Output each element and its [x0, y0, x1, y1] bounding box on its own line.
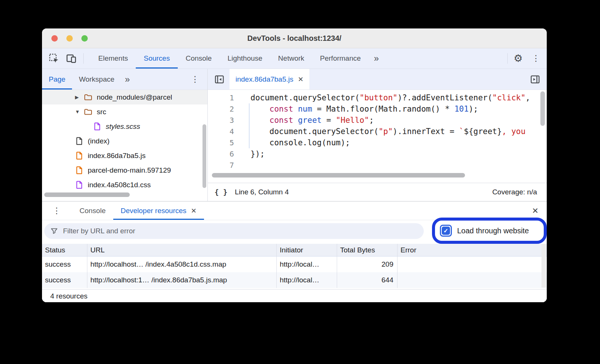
load-through-website-checkbox[interactable]: ✓	[440, 225, 452, 237]
device-toolbar-icon[interactable]	[65, 52, 77, 64]
editor-tab-label: index.86da7ba5.js	[236, 75, 293, 84]
navigator-menu-icon[interactable]: ⋮	[189, 75, 201, 84]
more-panels-icon[interactable]: »	[371, 48, 382, 69]
code-token: ).innerText =	[393, 127, 459, 136]
window-title: DevTools - localhost:1234/	[248, 34, 342, 43]
editor-vscrollbar[interactable]	[540, 91, 545, 126]
file-icon	[93, 122, 101, 131]
code-token: ${greet}	[464, 127, 502, 136]
column-header-total-bytes: Total Bytes	[337, 244, 398, 257]
chevron-right-icon[interactable]: ▶	[75, 94, 84, 100]
cell-url: http://localhost… /index.4a508c1d.css.ma…	[87, 257, 277, 272]
code-token	[250, 116, 270, 125]
folder-icon	[84, 93, 92, 101]
tab-console[interactable]: Console	[178, 48, 220, 69]
cell-error	[398, 272, 547, 288]
editor-statusbar: { } Line 6, Column 4 Coverage: n/a	[208, 183, 547, 201]
code-line-6: 6});	[208, 148, 547, 160]
toolbar-divider	[83, 53, 84, 64]
file-icon	[75, 152, 83, 160]
sidebar-hscrollbar[interactable]	[44, 192, 130, 197]
cell-initiator: http://local…	[277, 257, 337, 272]
close-drawer-icon[interactable]: ✕	[532, 206, 538, 215]
tree-item-label: parcel-demo-main.597129	[88, 166, 171, 175]
code-token	[293, 116, 298, 125]
code-token	[293, 104, 298, 113]
tree-item-index-4a508c1d-css[interactable]: index.4a508c1d.css	[42, 178, 207, 192]
line-number: 7	[208, 160, 234, 171]
code-token: ,	[525, 93, 530, 102]
resources-count: 4 resources	[42, 289, 547, 302]
tree-item-styles-scss[interactable]: styles.scss	[42, 119, 207, 134]
checkbox-label: Load through website	[457, 227, 529, 235]
editor-hscrollbar[interactable]	[212, 173, 465, 178]
code-lines: 1document.querySelector("button")?.addEv…	[208, 92, 547, 171]
folder-icon	[84, 108, 92, 116]
close-tab-icon[interactable]: ✕	[298, 75, 303, 84]
table-header-row: StatusURLInitiatorTotal BytesError	[42, 244, 547, 257]
tab-network[interactable]: Network	[270, 48, 312, 69]
code-line-3: 3 const greet = "Hello";	[208, 115, 547, 126]
drawer-tab-console[interactable]: Console	[72, 201, 113, 220]
drawer-tabs: ConsoleDeveloper resources✕	[72, 201, 204, 220]
navigator-tab-workspace[interactable]: Workspace	[72, 69, 121, 90]
tree-item--index-[interactable]: (index)	[42, 134, 207, 148]
filter-input[interactable]: Filter by URL and error	[44, 223, 424, 239]
code-content: const greet = "Hello";	[234, 115, 374, 126]
close-window-button[interactable]	[51, 35, 58, 42]
code-content: const num = Math.floor(Math.random() * 1…	[234, 103, 478, 115]
settings-gear-icon[interactable]: ⚙	[514, 54, 523, 64]
code-token: document.querySelector(	[270, 127, 379, 136]
line-number: 5	[208, 137, 234, 148]
table-row[interactable]: successhttp://localhost… /index.4a508c1d…	[42, 257, 547, 272]
code-token: 101	[454, 104, 469, 113]
code-token: , you	[502, 127, 525, 136]
tab-performance[interactable]: Performance	[312, 48, 369, 69]
line-number: 1	[208, 92, 234, 103]
tree-item-index-86da7ba5-js[interactable]: index.86da7ba5.js	[42, 148, 207, 163]
code-token: greet	[298, 116, 321, 125]
navigator-tab-strip: » ⋮ PageWorkspace	[42, 69, 207, 90]
code-token: document.querySelector(	[250, 93, 360, 102]
chevron-down-icon[interactable]: ▼	[75, 109, 84, 115]
sidebar-vscrollbar[interactable]	[202, 124, 206, 188]
customize-menu-icon[interactable]: ⋮	[530, 54, 542, 63]
column-header-error: Error	[398, 244, 547, 257]
code-token: });	[250, 149, 265, 158]
drawer-tab-developer-resources[interactable]: Developer resources✕	[113, 201, 204, 220]
inspect-element-icon[interactable]	[48, 52, 60, 64]
tree-item-label: index.86da7ba5.js	[88, 152, 146, 160]
tree-item-label: src	[97, 108, 106, 116]
tree-item-parcel-demo-main-597129[interactable]: parcel-demo-main.597129	[42, 163, 207, 178]
code-content: console.log(num);	[234, 137, 350, 148]
coverage-status: Coverage: n/a	[492, 188, 537, 196]
drawer: ⋮ ConsoleDeveloper resources✕ ✕ Filter b…	[42, 201, 547, 302]
pretty-print-icon[interactable]: { }	[214, 188, 227, 196]
more-navigator-tabs-icon[interactable]: »	[122, 69, 133, 90]
tab-elements[interactable]: Elements	[90, 48, 136, 69]
editor-tab-index-js[interactable]: index.86da7ba5.js ✕	[230, 69, 309, 90]
code-token: num	[298, 104, 312, 113]
tree-item-src[interactable]: ▼src	[42, 104, 207, 119]
code-editor[interactable]: 1document.querySelector("button")?.addEv…	[208, 90, 547, 183]
column-header-url: URL	[87, 244, 277, 257]
navigator-tab-page[interactable]: Page	[42, 69, 72, 90]
tab-sources[interactable]: Sources	[136, 48, 178, 69]
code-line-4: 4 document.querySelector("p").innerText …	[208, 126, 547, 137]
drawer-menu-icon[interactable]: ⋮	[50, 207, 63, 215]
hide-debugger-icon[interactable]	[529, 73, 542, 86]
table-vscrollbar[interactable]	[542, 244, 546, 288]
table-row[interactable]: successhttp://localhost:1… /index.86da7b…	[42, 272, 547, 288]
hide-navigator-icon[interactable]	[213, 73, 226, 86]
tree-item-node-modules-parcel[interactable]: ▶node_modules/@parcel	[42, 90, 207, 104]
toolbar-divider-right	[507, 53, 508, 64]
minimize-window-button[interactable]	[66, 35, 73, 42]
resources-table: StatusURLInitiatorTotal BytesErrorsucces…	[42, 244, 547, 288]
cell-total-bytes: 644	[337, 272, 398, 288]
close-drawer-tab-icon[interactable]: ✕	[191, 207, 196, 215]
main-tab-strip: ElementsSourcesConsoleLighthouseNetworkP…	[90, 48, 369, 69]
zoom-window-button[interactable]	[81, 35, 88, 42]
code-line-5: 5 console.log(num);	[208, 137, 547, 148]
tab-lighthouse[interactable]: Lighthouse	[220, 48, 270, 69]
code-token	[250, 104, 270, 113]
